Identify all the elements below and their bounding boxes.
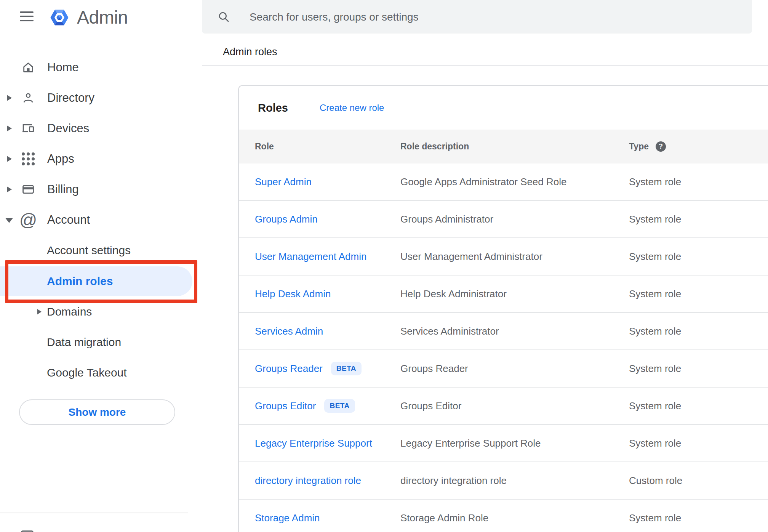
devices-icon — [21, 122, 35, 135]
sidebar-item-apps[interactable]: Apps — [0, 144, 196, 174]
search-input[interactable] — [249, 0, 738, 34]
sidebar-item-label: Account settings — [47, 244, 131, 257]
sidebar-item-label: Admin roles — [47, 275, 113, 288]
role-link[interactable]: directory integration role — [255, 475, 361, 487]
sidebar-item-label: Apps — [47, 152, 74, 166]
role-type: Custom role — [629, 475, 768, 487]
sidebar-item-label: Devices — [47, 122, 89, 135]
sidebar-item-admin-roles[interactable]: Admin roles — [0, 266, 192, 296]
table-row: Services Admin Services Administrator Sy… — [239, 313, 768, 350]
table-header-row: Role Role description Type ? — [239, 130, 768, 163]
search-icon[interactable] — [217, 10, 230, 23]
table-row: directory integration role directory int… — [239, 462, 768, 500]
role-link[interactable]: Legacy Enterprise Support — [255, 437, 372, 449]
role-type: System role — [629, 400, 768, 412]
table-row: Groups Editor BETA Groups Editor System … — [239, 388, 768, 425]
role-description: Services Administrator — [400, 325, 629, 337]
sidebar-item-billing[interactable]: Billing — [0, 174, 196, 205]
sidebar-item-label: Google Takeout — [47, 366, 127, 379]
home-icon — [21, 61, 35, 74]
chevron-right-icon — [37, 309, 42, 314]
role-link[interactable]: Groups Editor — [255, 400, 316, 412]
role-description: Legacy Enterprise Support Role — [400, 437, 629, 449]
admin-hexagon-logo-icon — [50, 7, 69, 28]
role-description: directory integration role — [400, 475, 629, 487]
role-type: System role — [629, 512, 768, 524]
role-link[interactable]: Groups Reader — [255, 363, 323, 375]
panel-title: Roles — [258, 101, 288, 114]
role-type: System role — [629, 437, 768, 449]
cut-off-feedback-icon — [21, 530, 34, 532]
role-description: Help Desk Administrator — [400, 288, 629, 300]
admin-logo-text: Admin — [77, 7, 128, 28]
breadcrumb: Admin roles — [223, 46, 277, 58]
sidebar-bottom-divider — [0, 513, 188, 513]
chevron-down-icon — [5, 218, 13, 223]
sidebar-item-directory[interactable]: Directory — [0, 83, 196, 113]
show-more-button[interactable]: Show more — [19, 399, 175, 425]
admin-logo: Admin — [50, 7, 128, 28]
sidebar: Admin Home Directory — [0, 0, 196, 532]
credit-card-icon — [21, 183, 35, 196]
role-type: System role — [629, 176, 768, 188]
role-type: System role — [629, 325, 768, 337]
beta-badge: BETA — [331, 362, 362, 375]
chevron-right-icon — [7, 156, 12, 162]
role-description: Groups Editor — [400, 400, 629, 412]
role-link[interactable]: Services Admin — [255, 325, 323, 337]
chevron-right-icon — [7, 95, 12, 101]
table-row: User Management Admin User Management Ad… — [239, 238, 768, 276]
breadcrumb-divider — [202, 65, 768, 66]
sidebar-item-google-takeout[interactable]: Google Takeout — [0, 357, 196, 388]
sidebar-item-label: Account — [47, 213, 90, 227]
role-link[interactable]: Storage Admin — [255, 512, 320, 524]
role-link[interactable]: Help Desk Admin — [255, 288, 331, 300]
role-description: Groups Administrator — [400, 213, 629, 225]
help-icon[interactable]: ? — [656, 141, 666, 152]
sidebar-item-data-migration[interactable]: Data migration — [0, 327, 196, 357]
hamburger-menu-icon[interactable] — [20, 11, 34, 21]
role-type: System role — [629, 251, 768, 263]
role-description: Google Apps Administrator Seed Role — [400, 176, 629, 188]
roles-panel-header: Roles Create new role — [239, 86, 768, 130]
role-description: Groups Reader — [400, 363, 629, 375]
sidebar-item-devices[interactable]: Devices — [0, 113, 196, 144]
role-description: Storage Admin Role — [400, 512, 629, 524]
role-type: System role — [629, 213, 768, 225]
show-more-label: Show more — [69, 406, 126, 418]
role-link[interactable]: Super Admin — [255, 176, 312, 188]
role-link[interactable]: User Management Admin — [255, 251, 366, 263]
sidebar-item-label: Data migration — [47, 336, 121, 349]
sidebar-item-label: Domains — [47, 305, 92, 318]
sidebar-item-home[interactable]: Home — [0, 52, 196, 83]
chevron-right-icon — [7, 125, 12, 131]
sidebar-item-label: Billing — [47, 183, 79, 196]
beta-badge: BETA — [324, 399, 355, 413]
sidebar-item-account-settings[interactable]: Account settings — [0, 235, 196, 266]
sidebar-item-label: Home — [47, 61, 79, 74]
table-row: Groups Admin Groups Administrator System… — [239, 201, 768, 238]
role-type: System role — [629, 363, 768, 375]
role-description: User Management Administrator — [400, 251, 629, 263]
person-icon — [21, 91, 35, 105]
sidebar-item-account[interactable]: @ Account — [0, 205, 196, 235]
roles-panel: Roles Create new role Role Role descript… — [238, 85, 768, 532]
table-row: Groups Reader BETA Groups Reader System … — [239, 350, 768, 388]
column-header-type: Type ? — [629, 141, 768, 152]
sidebar-item-domains[interactable]: Domains — [0, 296, 196, 327]
table-row: Help Desk Admin Help Desk Administrator … — [239, 276, 768, 313]
column-header-description: Role description — [400, 141, 629, 152]
sidebar-header: Admin — [0, 0, 196, 34]
role-type: System role — [629, 288, 768, 300]
create-new-role-link[interactable]: Create new role — [320, 103, 384, 113]
at-sign-icon: @ — [21, 213, 35, 227]
column-header-role: Role — [255, 141, 400, 152]
table-row: Legacy Enterprise Support Legacy Enterpr… — [239, 425, 768, 462]
table-row: Storage Admin Storage Admin Role System … — [239, 500, 768, 532]
sidebar-item-label: Directory — [47, 91, 94, 105]
apps-grid-icon — [21, 152, 35, 166]
role-link[interactable]: Groups Admin — [255, 213, 318, 225]
chevron-right-icon — [7, 186, 12, 192]
table-row: Super Admin Google Apps Administrator Se… — [239, 163, 768, 201]
